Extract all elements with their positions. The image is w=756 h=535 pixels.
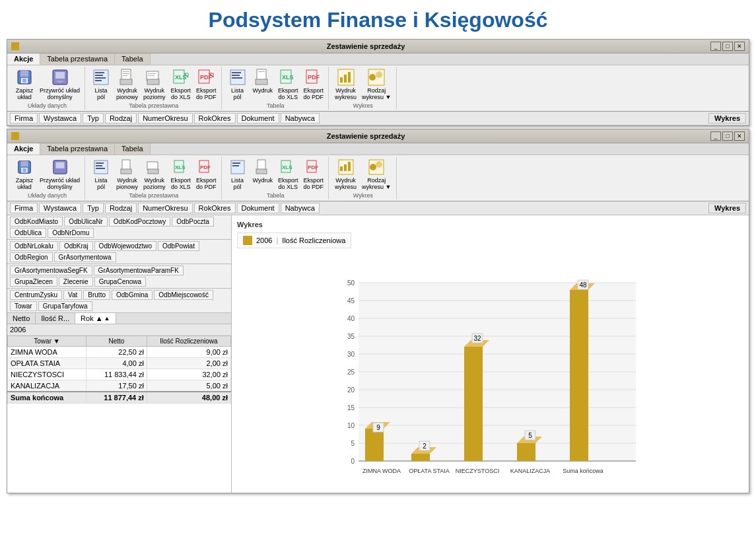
filter2-ulicaNr[interactable]: OdbUlicaNr — [64, 217, 108, 227]
tab-tabela-przestawna-1[interactable]: Tabela przestawna — [40, 54, 115, 65]
wydruk-pionowy-btn-1[interactable]: Wydrukpionowy — [114, 67, 140, 102]
filter2-grAsParamFK[interactable]: GrAsortymentowaParamFK — [94, 266, 184, 275]
col-ilosc[interactable]: Ilość Rozliczeniowa — [147, 336, 230, 347]
minimize-button-1[interactable]: _ — [710, 42, 721, 51]
filter2-brutto[interactable]: Brutto — [83, 290, 110, 300]
tab-ilosc[interactable]: Ilość R... — [36, 313, 75, 324]
zapisz-uklad-btn-2[interactable]: Zapiszukład — [13, 157, 36, 192]
filter-rows-4: GrAsortymentowaSegFK GrAsortymentowaPara… — [7, 264, 231, 289]
filter2-miejscowosc[interactable]: OdbMiejscowość — [154, 290, 213, 300]
filter2-towar[interactable]: Towar — [10, 301, 37, 311]
filter2-region[interactable]: OdbRegion — [10, 252, 53, 262]
filter-rodzaj-1[interactable]: Rodzaj — [105, 113, 137, 124]
filter2-centrum[interactable]: CentrumZysku — [10, 290, 62, 300]
svg-text:2: 2 — [423, 443, 427, 450]
close-button-1[interactable]: ✕ — [734, 42, 745, 51]
filter-wystawca-1[interactable]: Wystawca — [39, 113, 81, 124]
lista-pol2-btn-2[interactable]: Listapól — [226, 157, 250, 192]
eksport-xls-icon-2: XLS — [172, 158, 190, 176]
filter2-rokok[interactable]: RokOkres — [194, 203, 236, 213]
col-towar[interactable]: Towar ▼ — [8, 336, 86, 347]
filter2-grupaCenowa[interactable]: GrupaCenowa — [94, 277, 146, 287]
lista-pol-btn-1[interactable]: Listapól — [89, 67, 113, 102]
przywroc-btn-1[interactable]: Przywróć układdomyślny — [38, 67, 82, 102]
eksport-xls-btn-1[interactable]: XLS Eksportdo XLS — [169, 67, 193, 102]
eksport-xls2-btn-2[interactable]: XLS Eksportdo XLS — [276, 157, 300, 192]
tab-tabela-przestawna-2[interactable]: Tabela przestawna — [40, 143, 115, 155]
tab-tabela-2[interactable]: Tabela — [115, 143, 150, 155]
filter2-nab[interactable]: Nabywca — [281, 203, 320, 213]
tab-netto[interactable]: Netto — [7, 313, 36, 324]
legend-series: Ilość Rozliczeniowa — [282, 236, 345, 244]
maximize-button-1[interactable]: □ — [722, 42, 733, 51]
eksport-pdf2-btn-2[interactable]: PDF Eksportdo PDF — [302, 157, 326, 192]
filter-numer-1[interactable]: NumerOkresu — [138, 113, 192, 124]
filter2-grAs[interactable]: GrAsortymentowa — [54, 252, 116, 262]
filter-firma-1[interactable]: Firma — [10, 113, 38, 124]
lista-pol-btn-2[interactable]: Listapól — [89, 157, 113, 192]
tab-rok[interactable]: Rok ▲ ▲ — [75, 313, 116, 324]
filter2-gmina[interactable]: OdbGmina — [112, 290, 153, 300]
wydruk2-btn-2[interactable]: Wydruk — [251, 157, 275, 185]
group-w-label-2: Wykres — [333, 192, 393, 199]
svg-rect-19 — [147, 79, 159, 85]
eksport-pdf-btn-2[interactable]: PDF Eksportdo PDF — [194, 157, 219, 192]
wydruk-poziomy-btn-1[interactable]: Wydrukpoziomy — [141, 67, 168, 102]
filter2-zlecenie[interactable]: Zlecenie — [59, 277, 93, 287]
close-button-2[interactable]: ✕ — [734, 131, 745, 141]
filter-typ-1[interactable]: Typ — [83, 113, 104, 124]
group-t-2: Listapól Wydruk XLS Eksport — [223, 157, 329, 199]
eksport-pdf2-btn-1[interactable]: PDF Eksportdo PDF — [302, 67, 326, 102]
filter2-vat[interactable]: Vat — [63, 290, 82, 300]
wydruk2-label-2: Wydruk — [253, 177, 273, 184]
tab-akcje-1[interactable]: Akcje — [7, 54, 40, 65]
wydruk-poziomy-btn-2[interactable]: Wydrukpoziomy — [141, 157, 168, 192]
przywroc-btn-2[interactable]: Przywróć układdomyślny — [38, 157, 82, 192]
filter-dok-1[interactable]: Dokument — [237, 113, 279, 124]
lista-pol2-btn-1[interactable]: Listapól — [226, 67, 250, 102]
filter2-grAsSegFK[interactable]: GrAsortymentowaSegFK — [10, 266, 92, 275]
tab-tabela-1[interactable]: Tabela — [115, 54, 150, 65]
rodzaj-wykresu-btn-1[interactable]: Rodzajwykresu ▼ — [360, 67, 393, 102]
col-netto[interactable]: Netto — [86, 336, 147, 347]
rodzaj-wykresu-btn-2[interactable]: Rodzajwykresu ▼ — [360, 157, 393, 192]
wydruk-pionowy-btn-2[interactable]: Wydrukpionowy — [114, 157, 140, 192]
svg-text:ZIMNA WODA: ZIMNA WODA — [362, 468, 401, 474]
filter2-kodpoczt[interactable]: OdbKodPocztowy — [109, 217, 171, 227]
wydruk-wykresu-btn-2[interactable]: Wydrukwykresu — [333, 157, 359, 192]
filter2-ulica[interactable]: OdbUlica — [10, 228, 46, 238]
filter2-numer[interactable]: NumerOkresu — [138, 203, 192, 213]
filter2-woj[interactable]: OdbWojewodztwo — [94, 241, 156, 251]
eksport-xls2-btn-1[interactable]: XLS Eksportdo XLS — [276, 67, 300, 102]
filter2-kodmiasto[interactable]: OdbKodMiasto — [10, 217, 63, 227]
svg-rect-27 — [232, 77, 242, 79]
filter2-nrlokalu[interactable]: OdbNrLokalu — [10, 241, 58, 251]
wydruk2-btn-1[interactable]: Wydruk — [251, 67, 275, 95]
svg-rect-70 — [340, 166, 343, 171]
filter2-firma[interactable]: Firma — [10, 203, 38, 213]
minimize-button-2[interactable]: _ — [710, 131, 721, 141]
maximize-button-2[interactable]: □ — [722, 131, 733, 141]
filter2-powiat[interactable]: OdbPowiat — [158, 241, 199, 251]
filter2-wystawca[interactable]: Wystawca — [39, 203, 81, 213]
svg-text:35: 35 — [347, 333, 355, 340]
lista-pol-label-2: Listapól — [95, 177, 108, 190]
filter2-typ[interactable]: Typ — [83, 203, 104, 213]
zapisz-uklad-btn-1[interactable]: Zapiszukład — [13, 67, 36, 102]
eksport-pdf-btn-1[interactable]: PDF Eksportdo PDF — [194, 67, 219, 102]
filter2-rodzaj[interactable]: Rodzaj — [105, 203, 137, 213]
wydruk-wykresu-btn-1[interactable]: Wydrukwykresu — [333, 67, 359, 102]
svg-point-40 — [369, 74, 376, 81]
filter-nab-1[interactable]: Nabywca — [281, 113, 320, 124]
filter2-kraj[interactable]: OdbKraj — [59, 241, 93, 251]
filter2-dok[interactable]: Dokument — [237, 203, 279, 213]
filter-rokok-1[interactable]: RokOkres — [194, 113, 236, 124]
tab-akcje-2[interactable]: Akcje — [7, 143, 40, 155]
filter2-grupaTaryfowa[interactable]: GrupaTaryfowa — [38, 301, 92, 311]
filter2-nrdomu[interactable]: OdbNrDomu — [48, 228, 94, 238]
filter2-grupaZlecen[interactable]: GrupaZlecen — [10, 277, 57, 287]
filter2-poczta[interactable]: OdbPoczta — [172, 217, 213, 227]
svg-rect-14 — [123, 75, 127, 76]
svg-rect-1 — [20, 71, 28, 77]
eksport-xls-btn-2[interactable]: XLS Eksportdo XLS — [169, 157, 193, 192]
